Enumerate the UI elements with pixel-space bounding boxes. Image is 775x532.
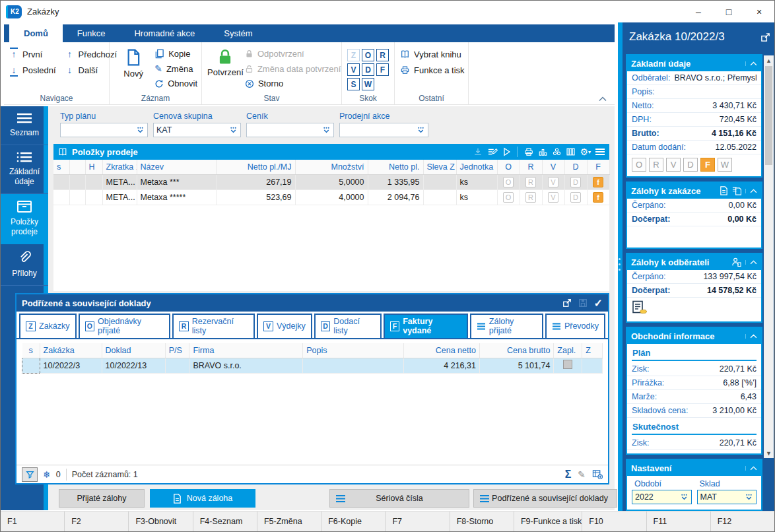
- change-confirm-date-button[interactable]: Změna data potvrzení: [245, 61, 341, 77]
- change-button[interactable]: ✎ Změna: [154, 61, 197, 77]
- storno-button[interactable]: Storno: [245, 76, 341, 91]
- nova-zaloha-button[interactable]: Nová záloha: [150, 489, 255, 508]
- customer-icon[interactable]: [731, 257, 741, 267]
- splitter-handle[interactable]: [619, 258, 621, 271]
- card-header[interactable]: Zálohy k zakázce: [627, 183, 761, 199]
- fkey-f2[interactable]: F2: [64, 512, 128, 531]
- jump-d-button[interactable]: D: [362, 63, 374, 76]
- fkey-f12[interactable]: F12: [710, 512, 774, 531]
- new-button[interactable]: Nový: [115, 46, 152, 91]
- jump-f-button[interactable]: F: [376, 63, 389, 76]
- menu-icon[interactable]: [595, 148, 605, 156]
- import-icon[interactable]: [473, 147, 483, 156]
- document-icon[interactable]: [720, 186, 728, 195]
- ribbon-collapse-icon[interactable]: [599, 96, 607, 102]
- fkey-f9[interactable]: F9-Funkce a tisk: [514, 512, 582, 531]
- tab-faktury-vydane[interactable]: FFaktury vydané: [384, 314, 468, 338]
- maximize-button[interactable]: □: [714, 1, 744, 22]
- edit-icon[interactable]: ✎: [578, 469, 586, 480]
- jump-v-button[interactable]: V: [347, 63, 360, 76]
- chevron-up-icon[interactable]: [745, 61, 757, 66]
- freeze-icon[interactable]: ❄: [43, 469, 51, 480]
- tab-funkce[interactable]: Funkce: [63, 24, 120, 42]
- tab-dodaci-listy[interactable]: DDodací listy: [314, 314, 382, 338]
- check-icon[interactable]: ✓: [594, 297, 603, 310]
- save-icon[interactable]: [578, 298, 588, 308]
- fkey-f1[interactable]: F1: [1, 512, 64, 531]
- document-list-icon[interactable]: [732, 186, 741, 195]
- typ-planu-combo[interactable]: [60, 123, 148, 137]
- print-icon[interactable]: [523, 147, 534, 156]
- sidebar-item-seznam[interactable]: Seznam: [1, 106, 48, 145]
- scroll-thumb[interactable]: [765, 66, 772, 165]
- cenik-combo[interactable]: [246, 123, 334, 137]
- table-row[interactable]: META... Metaxa ***** 523,69 4,0000 2 094…: [53, 189, 609, 205]
- fkey-f4[interactable]: F4-Seznam: [193, 512, 257, 531]
- tab-hromadne-akce[interactable]: Hromadné akce: [119, 24, 209, 42]
- tab-objednavky-prijate[interactable]: OObjednávky přijaté: [79, 314, 171, 338]
- sum-icon[interactable]: Σ: [565, 469, 572, 481]
- sidebar-item-zakladni-udaje[interactable]: Základní údaje: [1, 145, 48, 194]
- chart-icon[interactable]: [538, 147, 548, 156]
- invoice-money-icon[interactable]: [632, 300, 648, 315]
- detail-scrollbar[interactable]: ▲ ▼: [764, 55, 774, 458]
- filter-button[interactable]: [22, 467, 38, 482]
- cenova-skupina-combo[interactable]: KAT: [153, 123, 241, 137]
- close-button[interactable]: ×: [744, 1, 774, 22]
- run-icon[interactable]: [502, 147, 511, 156]
- minimize-button[interactable]: –: [683, 1, 714, 22]
- first-button[interactable]: ↑ První: [9, 46, 56, 62]
- fkey-f3[interactable]: F3-Obnovit: [128, 512, 192, 531]
- card-header[interactable]: Obchodní informace: [627, 328, 761, 344]
- tab-rezervacni-listy[interactable]: RRezervační listy: [172, 314, 255, 338]
- docs-header-row[interactable]: s Zakázka Doklad P/S Firma Popis Cena ne…: [22, 343, 603, 358]
- settings-gear-icon[interactable]: ⚙▾: [580, 147, 591, 157]
- items-header-row[interactable]: s H Zkratka 1 Název Netto pl./MJ Množstv…: [53, 160, 609, 174]
- columns-icon[interactable]: [566, 147, 576, 156]
- copy-button[interactable]: Kopie: [154, 46, 197, 61]
- chevron-up-icon[interactable]: [745, 466, 757, 471]
- print-functions-button[interactable]: Funkce a tisk: [400, 62, 464, 78]
- card-header[interactable]: Nastavení: [627, 460, 761, 476]
- fkey-f11[interactable]: F11: [646, 512, 710, 531]
- select-book-button[interactable]: Vybrat knihu: [400, 46, 464, 62]
- jump-s-button[interactable]: S: [347, 78, 360, 90]
- last-button[interactable]: ↓ Poslední: [9, 62, 56, 78]
- jump-r-button[interactable]: R: [376, 49, 389, 61]
- scroll-down-arrow[interactable]: ▼: [764, 448, 774, 458]
- card-header[interactable]: Základní údaje: [627, 55, 761, 71]
- tab-system[interactable]: Systém: [209, 24, 267, 42]
- fkey-f8[interactable]: F8-Storno: [450, 512, 514, 531]
- tab-prevodky[interactable]: Převodky: [545, 314, 605, 338]
- fkey-f10[interactable]: F10: [582, 512, 646, 531]
- fkey-f6[interactable]: F6-Kopie: [321, 512, 385, 531]
- podrizene-doklady-button[interactable]: Podřízené a související doklady: [473, 489, 617, 508]
- paid-checkbox[interactable]: [563, 360, 572, 369]
- sidebar-item-polozky-prodeje[interactable]: Položky prodeje: [1, 194, 48, 244]
- fkey-f7[interactable]: F7: [385, 512, 449, 531]
- popout-icon[interactable]: [760, 32, 770, 42]
- sidebar-item-prilohy[interactable]: Přílohy: [1, 244, 48, 286]
- confirm-button[interactable]: Potvrzení: [207, 46, 244, 91]
- jump-w-button[interactable]: W: [362, 78, 374, 90]
- fkey-f5[interactable]: F5-Změna: [257, 512, 321, 531]
- tab-domu[interactable]: Domů: [9, 24, 63, 42]
- jump-o-button[interactable]: O: [362, 49, 374, 61]
- table-row[interactable]: 10/2022/3 10/2022/13 BRAVO s.r.o. 4 216,…: [22, 358, 603, 373]
- tab-zalohy-prijate[interactable]: Zálohy přijaté: [470, 314, 543, 338]
- unconfirm-button[interactable]: Odpotvrzení: [245, 46, 341, 61]
- chevron-up-icon[interactable]: [745, 260, 757, 265]
- table-row[interactable]: META... Metaxa *** 267,19 5,0000 1 335,9…: [53, 174, 609, 189]
- chevron-up-icon[interactable]: [745, 189, 757, 193]
- prodejni-akce-combo[interactable]: [339, 123, 428, 137]
- card-header[interactable]: Zálohy k odběrateli: [627, 254, 761, 270]
- edit-list-icon[interactable]: [487, 147, 498, 156]
- scroll-up-arrow[interactable]: ▲: [764, 55, 774, 65]
- seriova-cisla-button[interactable]: Sériová čísla: [329, 489, 469, 508]
- chevron-up-icon[interactable]: [745, 334, 757, 339]
- prijate-zalohy-button[interactable]: Přijaté zálohy: [59, 489, 145, 508]
- jump-z-button[interactable]: Z: [347, 49, 360, 61]
- tab-vydejky[interactable]: VVýdejky: [257, 314, 312, 338]
- wheel-icon[interactable]: [552, 147, 562, 156]
- refresh-button[interactable]: Obnovit: [154, 76, 197, 91]
